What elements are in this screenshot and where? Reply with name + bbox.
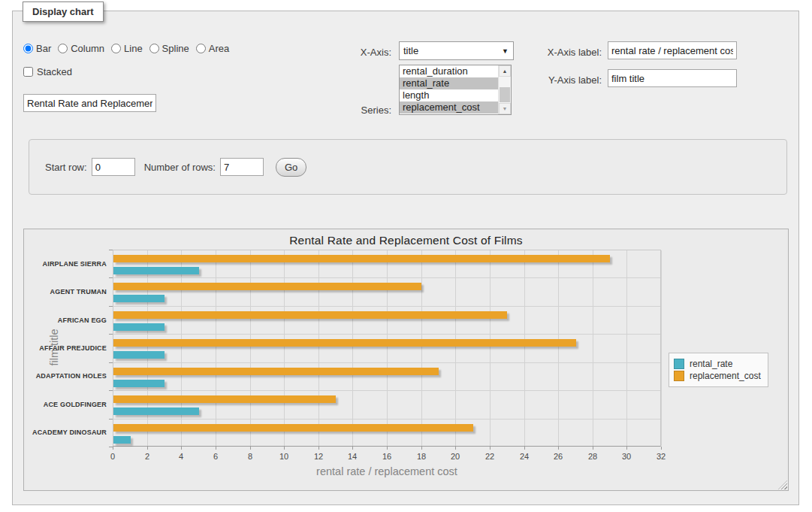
series-option-length[interactable]: length [400, 89, 498, 101]
bar-replacement_cost [113, 283, 421, 290]
gridline [113, 306, 660, 307]
bar-replacement_cost [113, 339, 576, 347]
radio-spline[interactable] [149, 44, 159, 53]
chart-type-option-column[interactable]: Column [58, 43, 104, 54]
chart-type-option-line[interactable]: Line [111, 43, 143, 54]
x-tick-label: 18 [406, 452, 436, 461]
plot-area [113, 250, 661, 447]
bar-rental_rate [113, 436, 131, 444]
gridline [113, 277, 660, 278]
x-tick-label: 6 [201, 452, 231, 461]
x-tick-label: 28 [578, 452, 608, 461]
chart-container: Rental Rate and Replacement Cost of Film… [23, 229, 789, 491]
x-tick-mark [661, 447, 662, 450]
chart-title: Rental Rate and Replacement Cost of Film… [24, 234, 788, 247]
gridline [593, 250, 593, 446]
y-tick-label: ACADEMY DINOSAUR [24, 429, 107, 436]
legend-item-rental_rate: rental_rate [674, 359, 761, 369]
x-tick-mark [284, 447, 285, 450]
y-tick-mark [109, 390, 113, 391]
x-tick-mark [318, 447, 319, 450]
series-option-rental_rate[interactable]: rental_rate [400, 77, 498, 89]
x-tick-mark [593, 447, 593, 450]
stacked-row: Stacked [23, 66, 72, 77]
x-tick-mark [250, 447, 251, 450]
scroll-up-icon[interactable]: ▲ [499, 65, 511, 77]
stacked-checkbox[interactable] [23, 67, 33, 77]
gridline [113, 390, 660, 391]
bar-replacement_cost [113, 395, 336, 403]
gridline [352, 250, 353, 446]
x-tick-label: 12 [303, 452, 334, 461]
x-axis-label-label: X-Axis label: [512, 47, 602, 58]
y-tick-label: ACE GOLDFINGER [24, 401, 107, 408]
stacked-label: Stacked [37, 66, 72, 77]
x-axis-select-label: X-Axis: [324, 47, 391, 58]
radio-line[interactable] [111, 44, 121, 53]
radio-label: Line [124, 43, 143, 54]
start-row-input[interactable] [92, 158, 135, 176]
gridline [250, 250, 251, 446]
x-tick-mark [352, 447, 353, 450]
listbox-scrollbar[interactable]: ▲ ▼ [498, 65, 511, 114]
x-tick-label: 2 [132, 452, 162, 461]
legend-label: replacement_cost [690, 371, 761, 381]
radio-area[interactable] [196, 44, 206, 53]
chart-type-option-spline[interactable]: Spline [149, 43, 189, 54]
x-axis-select[interactable]: title ▼ [399, 41, 514, 60]
num-rows-input[interactable] [220, 158, 264, 176]
gridline [490, 250, 491, 446]
y-axis-label-input[interactable] [608, 69, 737, 87]
y-axis-label-label: Y-Axis label: [512, 74, 602, 86]
x-tick-mark [455, 447, 456, 450]
y-tick-mark [109, 277, 113, 278]
radio-column[interactable] [58, 44, 68, 53]
series-select-label: Series: [324, 105, 391, 116]
bar-rental_rate [113, 351, 165, 359]
gridline [181, 250, 182, 446]
start-row-label: Start row: [45, 162, 87, 173]
bar-rental_rate [113, 380, 165, 387]
series-listbox[interactable]: rental_durationrental_ratelengthreplacem… [399, 65, 512, 115]
scrollbar-thumb[interactable] [500, 87, 510, 102]
x-tick-mark [490, 447, 491, 450]
chart-title-input[interactable] [23, 94, 156, 112]
y-tick-label: AIRPLANE SIERRA [24, 260, 107, 268]
x-tick-mark [147, 447, 148, 450]
x-tick-label: 4 [166, 452, 196, 461]
gridline [113, 362, 660, 363]
x-tick-mark [113, 447, 113, 450]
go-button[interactable]: Go [276, 158, 306, 177]
gridline [558, 250, 559, 446]
x-tick-mark [181, 447, 182, 450]
radio-bar[interactable] [23, 44, 33, 53]
chart-legend: rental_ratereplacement_cost [669, 353, 768, 387]
y-tick-label: AFFAIR PREJUDICE [24, 344, 107, 352]
bar-replacement_cost [113, 368, 439, 375]
series-options: rental_durationrental_ratelengthreplacem… [400, 65, 498, 114]
x-tick-mark [626, 447, 627, 450]
radio-label: Area [209, 43, 229, 54]
dropdown-arrow-icon: ▼ [502, 47, 509, 55]
x-tick-label: 8 [235, 452, 265, 461]
gridline [661, 250, 662, 446]
series-option-replacement_cost[interactable]: replacement_cost [400, 101, 498, 114]
chart-x-axis-label: rental rate / replacement cost [113, 465, 661, 477]
x-tick-mark [387, 447, 388, 450]
row-range-controls: Start row: Number of rows: Go [29, 139, 787, 195]
scroll-down-icon[interactable]: ▼ [499, 103, 511, 114]
x-tick-mark [216, 447, 216, 450]
gridline [284, 250, 285, 446]
chart-type-option-area[interactable]: Area [196, 43, 229, 54]
x-axis-selected-value: title [403, 45, 502, 56]
panel-legend-tab: Display chart [23, 2, 104, 22]
gridline [524, 250, 525, 446]
legend-swatch-replacement_cost [674, 371, 684, 381]
series-option-rental_duration[interactable]: rental_duration [400, 65, 498, 77]
display-chart-panel: Display chart BarColumnLineSplineArea St… [12, 11, 799, 505]
chart-type-option-bar[interactable]: Bar [23, 43, 51, 54]
x-tick-label: 26 [543, 452, 573, 461]
gridline [318, 250, 319, 446]
x-axis-label-input[interactable] [608, 41, 737, 59]
resize-handle-icon[interactable] [778, 480, 787, 489]
